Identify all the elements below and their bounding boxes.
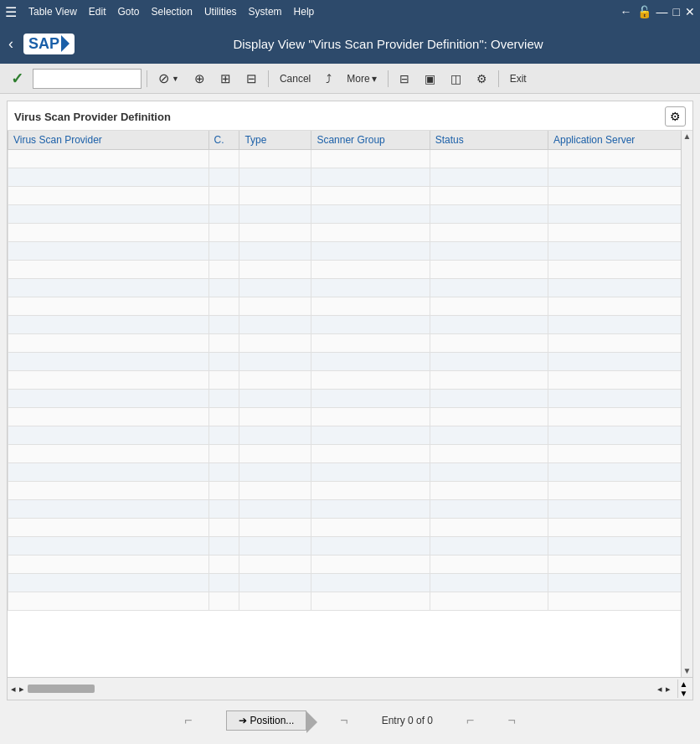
main-table: Virus Scan Provider C. Type Scanner Grou…	[8, 131, 692, 611]
data-table: Virus Scan Provider C. Type Scanner Grou…	[8, 131, 692, 677]
toolbar-input[interactable]	[33, 69, 142, 89]
brush-button[interactable]: ⊘ ▼	[152, 67, 185, 90]
table-body	[8, 150, 692, 611]
menu-selection[interactable]: Selection	[147, 4, 198, 19]
h-scroll-left-icon[interactable]: ◂	[657, 684, 662, 695]
settings-icon: ⚙	[670, 110, 681, 123]
toolbar: ✓ ⊘ ▼ ⊕ ⊞ ⊟ Cancel ⤴ More ▾ ⊟ ▣ ◫ ⚙ Exit	[0, 64, 700, 94]
menu-tableview[interactable]: Table View	[23, 4, 82, 19]
settings-toolbar-button[interactable]: ⚙	[471, 67, 493, 90]
position-button[interactable]: ➔ Position...	[226, 710, 307, 731]
table-row	[8, 408, 692, 426]
maximize-btn[interactable]: □	[673, 5, 680, 18]
col-header-status: Status	[430, 131, 548, 150]
h-scroll-right-icon[interactable]: ▸	[666, 684, 671, 695]
exit-button[interactable]: Exit	[504, 67, 533, 90]
brush-icon: ⊘	[158, 70, 169, 86]
bracket-right2: ⌐	[466, 713, 474, 728]
table-row	[8, 426, 692, 445]
position-arrow-icon: ➔	[239, 715, 247, 726]
menu-edit[interactable]: Edit	[84, 4, 111, 19]
menu-utilities[interactable]: Utilities	[199, 4, 242, 19]
sap-logo-text: SAP	[28, 35, 59, 53]
separator-3	[388, 70, 389, 87]
grid-button[interactable]: ⊟	[240, 67, 263, 90]
table-row	[8, 500, 692, 519]
table-row	[8, 555, 692, 574]
sap-logo-triangle	[61, 35, 69, 52]
title-bar: ☰ Table View Edit Goto Selection Utiliti…	[0, 0, 700, 23]
minimize-btn[interactable]: —	[656, 5, 668, 18]
title-bar-controls: ← 🔓 — □ ✕	[620, 5, 695, 18]
table-section: Virus Scan Provider Definition ⚙	[7, 101, 693, 700]
menu-system[interactable]: System	[244, 4, 287, 19]
cancel-label: Cancel	[280, 73, 311, 85]
table-wrapper: Virus Scan Provider C. Type Scanner Grou…	[8, 131, 692, 677]
v-scroll-small-down[interactable]: ▼	[680, 689, 688, 698]
table-row	[8, 574, 692, 592]
lock-icon[interactable]: 🔓	[637, 5, 651, 18]
table-row	[8, 224, 692, 242]
menu-goto[interactable]: Goto	[113, 4, 145, 19]
v-scroll-small-up[interactable]: ▲	[680, 679, 688, 689]
window1-button[interactable]: ▣	[419, 67, 441, 90]
scroll-left-icon[interactable]: ◂	[11, 684, 16, 695]
page-title: Display View "Virus Scan Provider Defini…	[85, 37, 692, 51]
app-header: ‹ SAP Display View "Virus Scan Provider …	[0, 23, 700, 64]
menu-icon[interactable]: ☰	[5, 4, 17, 20]
table-row	[8, 242, 692, 261]
confirm-button[interactable]: ✓	[5, 67, 29, 90]
menu-help[interactable]: Help	[289, 4, 320, 19]
col-header-sg: Scanner Group	[311, 131, 430, 150]
more-button[interactable]: More ▾	[341, 67, 382, 90]
bracket-left: ⌐	[184, 713, 192, 728]
table-row	[8, 482, 692, 500]
content-area: Virus Scan Provider Definition ⚙	[0, 94, 700, 744]
table-row	[8, 537, 692, 555]
table-row	[8, 445, 692, 463]
separator-1	[147, 70, 147, 87]
table-row	[8, 519, 692, 537]
table-row	[8, 390, 692, 408]
scroll-down-icon[interactable]: ▼	[683, 665, 692, 677]
nav-back-icon[interactable]: ←	[620, 5, 632, 18]
print-button[interactable]: ⊟	[394, 67, 415, 90]
table-row	[8, 279, 692, 297]
bracket-left2: ¬	[507, 713, 515, 728]
bracket-right: ¬	[340, 713, 347, 728]
grid-icon: ⊟	[246, 71, 257, 86]
table-row	[8, 316, 692, 334]
close-btn[interactable]: ✕	[685, 5, 695, 18]
table-row	[8, 592, 692, 611]
col-header-as: Application Server	[548, 131, 692, 150]
scroll-right-icon[interactable]: ▸	[19, 684, 24, 695]
upload-button[interactable]: ⤴	[320, 67, 337, 90]
cancel-button[interactable]: Cancel	[274, 67, 317, 90]
table-row	[8, 371, 692, 390]
upload-icon: ⤴	[326, 72, 332, 85]
checkmark-icon: ✓	[11, 70, 23, 88]
scroll-thumb[interactable]	[28, 685, 95, 693]
separator-2	[268, 70, 269, 87]
vertical-scrollbar[interactable]: ▲ ▼	[681, 131, 692, 677]
position-label: Position...	[250, 715, 295, 726]
bottom-controls: ⌐ ➔ Position... ¬ Entry 0 of 0 ⌐ ¬	[7, 700, 693, 737]
window2-button[interactable]: ◫	[445, 67, 467, 90]
separator-4	[498, 70, 499, 87]
table-section-title: Virus Scan Provider Definition	[14, 111, 171, 123]
back-button[interactable]: ‹	[8, 35, 13, 53]
layout-button[interactable]: ⊞	[214, 67, 237, 90]
horizontal-scrollbar-area: ◂ ▸ ◂ ▸ ▲ ▼	[8, 677, 692, 700]
scroll-up-icon[interactable]: ▲	[683, 131, 692, 142]
table-row	[8, 353, 692, 371]
zoom-button[interactable]: ⊕	[188, 67, 211, 90]
settings-toolbar-icon: ⚙	[476, 72, 487, 85]
chevron-down-icon: ▾	[372, 73, 377, 85]
table-row	[8, 261, 692, 279]
more-label: More	[347, 73, 369, 85]
table-row	[8, 168, 692, 187]
col-header-type: Type	[239, 131, 311, 150]
table-row	[8, 334, 692, 353]
table-settings-button[interactable]: ⚙	[665, 106, 686, 127]
exit-label: Exit	[510, 73, 527, 85]
